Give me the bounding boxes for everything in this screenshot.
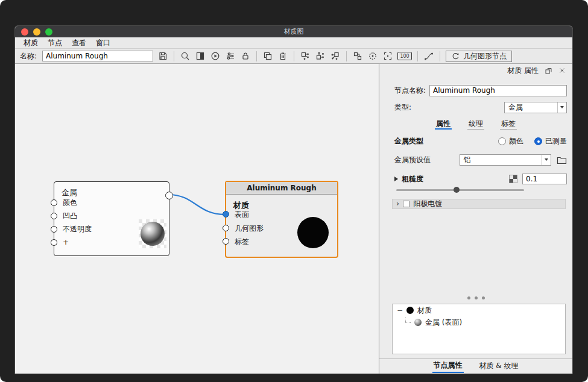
tab-labels[interactable]: 标签: [500, 119, 517, 130]
radio-measured-label: 已测量: [545, 136, 567, 146]
float-panel-icon[interactable]: [544, 66, 552, 75]
roughness-slider[interactable]: [396, 186, 524, 193]
port-opacity-label: 不透明度: [63, 225, 92, 233]
fit-view-icon[interactable]: [382, 51, 393, 61]
port-bump[interactable]: [51, 213, 57, 219]
menu-material[interactable]: 材质: [19, 38, 43, 48]
expand-triangle-icon[interactable]: [394, 177, 398, 181]
slider-handle[interactable]: [454, 187, 460, 193]
material-name-input[interactable]: [42, 51, 153, 61]
collapse-icon[interactable]: −: [397, 306, 403, 315]
refresh-icon: [451, 51, 460, 61]
menu-node[interactable]: 节点: [43, 38, 67, 48]
tab-properties[interactable]: 属性: [435, 119, 452, 130]
delete-icon[interactable]: [277, 51, 288, 61]
toolbar-separator: [346, 51, 347, 61]
properties-panel: 材质 属性 节点名称: 类型: 金属 属性 纹: [379, 64, 572, 374]
node-metal-title: 金属: [62, 187, 77, 198]
duplicate-icon[interactable]: [262, 51, 273, 61]
snap-grid-icon[interactable]: [367, 51, 378, 61]
type-dropdown-value: 金属: [508, 102, 523, 113]
menu-window[interactable]: 窗口: [91, 38, 115, 48]
preview-icon[interactable]: [180, 51, 191, 61]
port-add[interactable]: [51, 239, 57, 246]
port-color[interactable]: [51, 199, 57, 206]
roughness-input[interactable]: [522, 174, 567, 184]
metal-preset-value: 铝: [464, 155, 471, 165]
chevron-down-icon: [542, 155, 551, 165]
render-icon[interactable]: [210, 51, 221, 61]
anodized-label: 阳极电镀: [413, 199, 442, 209]
geometry-node-button[interactable]: 几何图形节点: [446, 51, 512, 62]
geometry-node-button-label: 几何图形节点: [463, 51, 507, 61]
node-graph-canvas[interactable]: 金属 颜色 凹凸 不透明度 + Aluminum Rough 材质: [15, 64, 379, 374]
port-add-label: +: [63, 239, 69, 246]
material-preview-sphere: [297, 217, 329, 248]
roughness-row: 粗糙度: [379, 174, 572, 184]
type-dropdown[interactable]: 金属: [504, 102, 567, 113]
type-row: 类型: 金属: [379, 101, 572, 113]
panel-spacer: [379, 209, 572, 296]
slider-track[interactable]: [396, 189, 524, 191]
port-output[interactable]: [165, 192, 173, 199]
radio-color-circle: [498, 137, 506, 145]
radio-measured-circle: [534, 137, 542, 145]
anodized-group-header[interactable]: › 阳极电镀: [392, 199, 566, 209]
panel-bottom-tabs: 节点属性 材质 & 纹理: [379, 359, 572, 374]
folder-icon[interactable]: [557, 155, 567, 164]
port-label-label: 标签: [235, 238, 249, 245]
name-label: 名称:: [20, 51, 37, 61]
main-area: 金属 颜色 凹凸 不透明度 + Aluminum Rough 材质: [15, 64, 572, 374]
tree-row-material[interactable]: − 材质: [393, 304, 565, 316]
radio-measured[interactable]: 已测量: [534, 136, 567, 146]
node-metal[interactable]: 金属 颜色 凹凸 不透明度 +: [54, 181, 169, 256]
port-geometry-label: 几何图形: [235, 225, 264, 232]
port-bump-label: 凹凸: [63, 212, 77, 219]
port-opacity[interactable]: [51, 226, 57, 233]
material-tree: − 材质 金属 (表面): [392, 304, 566, 354]
settings-sliders-icon[interactable]: [225, 51, 236, 61]
anodized-checkbox[interactable]: [403, 201, 409, 207]
utility-nodes-icon[interactable]: [330, 51, 341, 61]
tree-metal-label: 金属 (表面): [425, 318, 462, 328]
port-surface-label: 表面: [235, 211, 249, 218]
toolbar: 名称: 100 几何图形节点: [15, 49, 572, 64]
radio-color[interactable]: 颜色: [498, 136, 523, 146]
tree-elbow-connector: [405, 318, 411, 323]
material-nodes-icon[interactable]: [300, 51, 311, 61]
port-geometry[interactable]: [223, 225, 229, 231]
tree-row-metal[interactable]: 金属 (表面): [393, 316, 565, 328]
save-icon[interactable]: [157, 51, 168, 61]
menu-view[interactable]: 查看: [67, 38, 91, 48]
tab-textures[interactable]: 纹理: [467, 119, 484, 130]
panel-header: 材质 属性: [379, 64, 572, 77]
zoom-100-icon[interactable]: 100: [397, 52, 412, 60]
metal-node-icon: [414, 319, 422, 326]
splitter-handle[interactable]: [379, 296, 572, 299]
toolbar-separator: [417, 51, 418, 61]
metal-preset-dropdown[interactable]: 铝: [460, 154, 551, 166]
radio-color-label: 颜色: [509, 136, 523, 146]
toolbar-separator: [256, 51, 257, 61]
texture-map-icon[interactable]: [509, 175, 517, 183]
node-name-row: 节点名称:: [379, 84, 572, 96]
tab-material-textures[interactable]: 材质 & 纹理: [478, 360, 520, 372]
roughness-label: 粗糙度: [402, 174, 423, 184]
window-title: 材质图: [15, 27, 572, 36]
node-name-input[interactable]: [429, 85, 567, 96]
port-surface-connected[interactable]: [223, 211, 229, 218]
texture-nodes-icon[interactable]: [315, 51, 326, 61]
port-label[interactable]: [223, 238, 229, 245]
arrange-nodes-icon[interactable]: [352, 51, 363, 61]
metal-type-row: 金属类型 颜色 已测量: [379, 135, 572, 147]
close-panel-icon[interactable]: [558, 66, 566, 75]
tab-node-properties[interactable]: 节点属性: [432, 360, 464, 373]
port-color-label: 颜色: [63, 199, 77, 206]
reroute-connection-icon[interactable]: [423, 51, 434, 61]
node-material-aluminum-rough[interactable]: Aluminum Rough 材质 表面 几何图形 标签: [225, 181, 338, 258]
type-label: 类型:: [394, 102, 411, 113]
title-bar[interactable]: 材质图: [15, 26, 572, 37]
lock-icon[interactable]: [240, 51, 251, 61]
panel-title: 材质 属性: [507, 66, 539, 76]
compare-icon[interactable]: [195, 51, 206, 61]
